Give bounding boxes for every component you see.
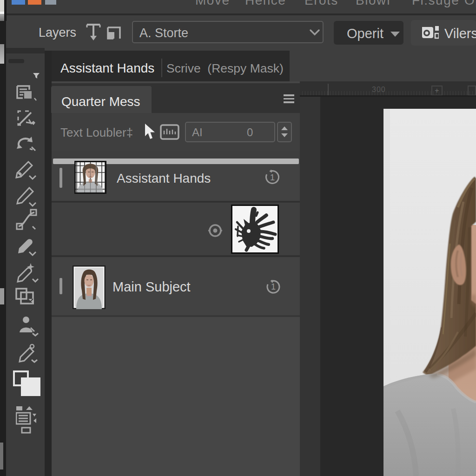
svg-text:1: 1 bbox=[271, 282, 276, 291]
svg-text:1: 1 bbox=[270, 172, 275, 182]
